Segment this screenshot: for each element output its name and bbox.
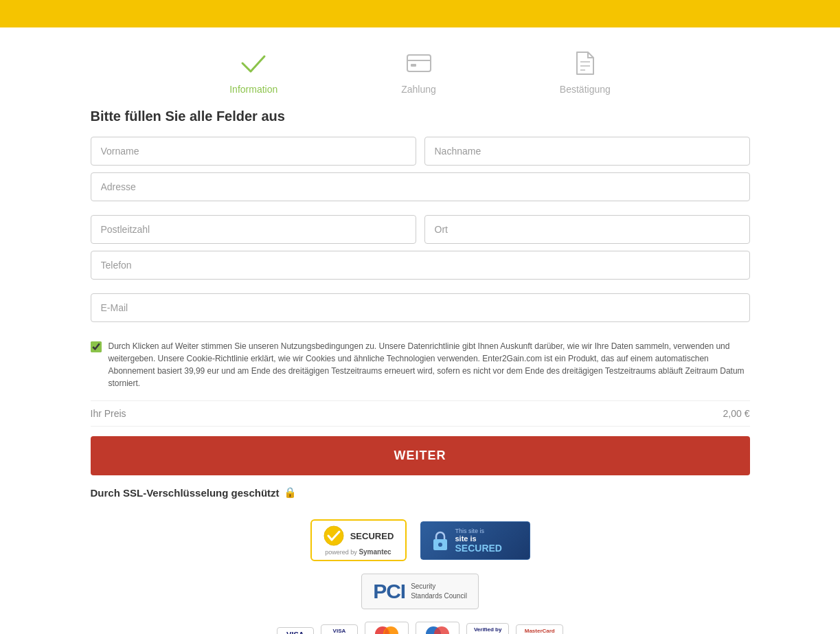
svg-rect-2	[411, 64, 416, 67]
card-visa-electron: VISAElectron	[321, 624, 358, 634]
ssl-secured-label: SECURED	[455, 543, 502, 554]
price-value: 2,00 €	[723, 408, 750, 419]
norton-secured-text: SECURED	[350, 531, 394, 541]
step-zahlung-label: Zahlung	[401, 84, 436, 95]
weiter-button[interactable]: WEITER	[91, 436, 750, 475]
email-row	[91, 293, 750, 329]
card-verified-visa: Verified byVISA	[466, 623, 509, 634]
pci-badge: PCI Security Standards Council	[361, 574, 479, 609]
ssl-site-text: site is	[455, 534, 502, 543]
badges-container: SECURED powered by Symantec This site is…	[91, 519, 750, 634]
form-title: Bitte füllen Sie alle Felder aus	[91, 109, 750, 124]
card-mastercard-securecode: MasterCardSecureCode	[516, 624, 563, 634]
step-bestatigung: Bestätigung	[560, 48, 611, 95]
adresse-row	[91, 172, 750, 208]
top-bar	[0, 0, 840, 27]
telefon-input[interactable]	[91, 251, 750, 280]
terms-row: Durch Klicken auf Weiter stimmen Sie uns…	[91, 340, 750, 389]
mastercard-icon	[372, 625, 401, 634]
step-information-icon	[238, 48, 269, 78]
price-label: Ihr Preis	[91, 408, 126, 419]
cards-row: VISA VISAElectron Verified byVISA Master…	[277, 622, 563, 634]
badges-row-2: PCI Security Standards Council	[361, 574, 479, 609]
terms-checkbox[interactable]	[91, 341, 102, 352]
step-bestatigung-label: Bestätigung	[560, 84, 611, 95]
plz-ort-row	[91, 215, 750, 244]
ssl-this-text: This site is	[455, 528, 502, 534]
pci-logo-text: PCI	[373, 580, 405, 603]
price-row: Ihr Preis 2,00 €	[91, 400, 750, 427]
step-zahlung: Zahlung	[401, 48, 436, 95]
step-bestatigung-icon	[570, 48, 600, 78]
ort-input[interactable]	[424, 215, 750, 244]
svg-rect-0	[407, 55, 431, 71]
norton-powered-text: powered by Symantec	[325, 548, 391, 556]
step-information-label: Information	[229, 84, 277, 95]
card-mastercard	[365, 622, 409, 634]
norton-badge: SECURED powered by Symantec	[310, 519, 407, 561]
name-row	[91, 137, 750, 166]
ssl-protection-text: Durch SSL-Verschlüsselung geschützt 🔒	[91, 486, 750, 499]
norton-symantec-text: Symantec	[359, 548, 391, 556]
card-visa: VISA	[277, 627, 314, 634]
maestro-icon	[423, 625, 452, 634]
postleitzahl-input[interactable]	[91, 215, 416, 244]
steps-container: Information Zahlung Bestätigung	[0, 27, 840, 109]
vorname-input[interactable]	[91, 137, 416, 166]
svg-point-8	[438, 543, 442, 547]
telefon-row	[91, 251, 750, 286]
step-zahlung-icon	[404, 48, 434, 78]
svg-point-6	[324, 526, 343, 545]
norton-check-icon	[323, 525, 345, 547]
email-input[interactable]	[91, 293, 750, 322]
nachname-input[interactable]	[424, 137, 750, 166]
terms-text: Durch Klicken auf Weiter stimmen Sie uns…	[109, 340, 750, 389]
card-maestro	[416, 622, 459, 634]
badges-row-1: SECURED powered by Symantec This site is…	[310, 519, 530, 561]
ssl-badge: This site is site is SECURED	[420, 521, 530, 560]
step-information: Information	[229, 48, 277, 95]
pci-description: Security Standards Council	[411, 582, 467, 601]
main-content: Bitte füllen Sie alle Felder aus Durch K…	[43, 109, 798, 634]
adresse-input[interactable]	[91, 172, 750, 201]
ssl-lock-icon	[431, 528, 450, 553]
